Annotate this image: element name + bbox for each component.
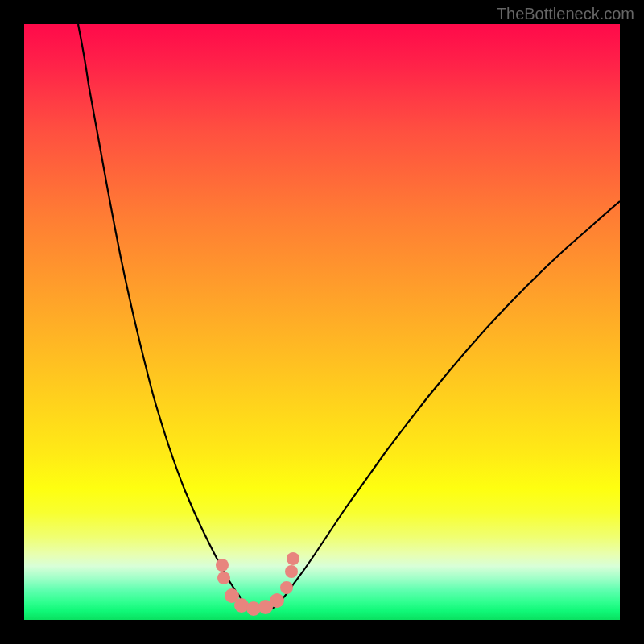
left-curve-path <box>78 24 250 608</box>
marker-dot <box>280 581 293 594</box>
marker-dot <box>217 572 230 584</box>
right-curve-path <box>274 201 620 608</box>
chart-plot-area <box>24 24 620 620</box>
marker-dot <box>285 565 298 578</box>
marker-group <box>216 552 299 616</box>
marker-dot <box>216 559 229 572</box>
marker-dot <box>287 552 299 565</box>
curve-svg <box>24 24 620 620</box>
marker-dot <box>270 593 284 608</box>
watermark-text: TheBottleneck.com <box>497 5 634 23</box>
